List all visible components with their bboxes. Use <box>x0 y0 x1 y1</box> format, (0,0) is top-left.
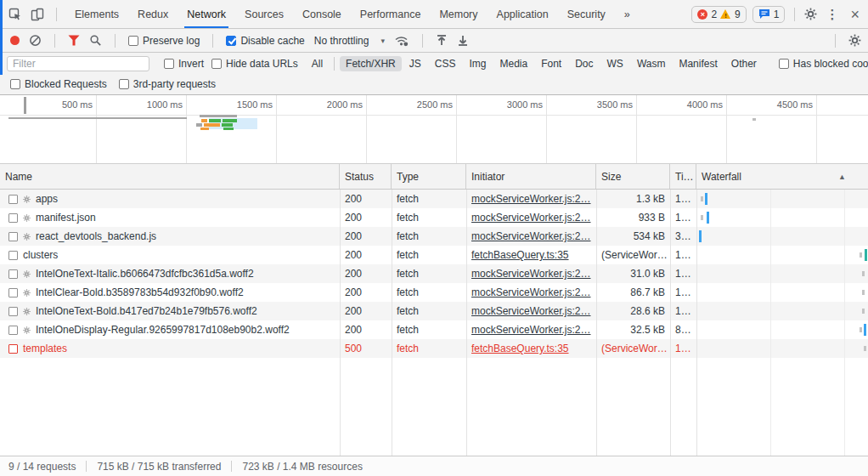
close-devtools-icon[interactable]: × <box>847 7 863 22</box>
resource-gear-icon <box>23 196 31 203</box>
network-conditions-icon[interactable] <box>394 34 409 47</box>
initiator-link[interactable]: mockServiceWorker.js:2… <box>471 324 590 336</box>
tab-console[interactable]: Console <box>293 0 351 28</box>
filter-input[interactable] <box>7 56 149 71</box>
request-row-manifest-json[interactable]: manifest.json200fetchmockServiceWorker.j… <box>0 208 868 227</box>
request-checkbox[interactable] <box>8 213 18 223</box>
initiator-link[interactable]: mockServiceWorker.js:2… <box>471 268 590 280</box>
tab-elements[interactable]: Elements <box>65 0 128 28</box>
filter-type-doc[interactable]: Doc <box>569 56 599 71</box>
waterfall-bar <box>707 212 709 224</box>
request-row-react-devtools-backend-js[interactable]: react_devtools_backend.js200fetchmockSer… <box>0 227 868 246</box>
clear-network-log-icon[interactable] <box>29 34 42 47</box>
tab-network[interactable]: Network <box>178 0 235 28</box>
import-har-icon[interactable] <box>436 34 448 47</box>
column-header-waterfall[interactable]: Waterfall▲ <box>696 164 868 189</box>
initiator-link[interactable]: mockServiceWorker.js:2… <box>471 286 590 298</box>
disable-cache-checkbox[interactable]: Disable cache <box>226 35 304 47</box>
blocked-requests-checkbox[interactable]: Blocked Requests <box>10 78 107 90</box>
request-status: 200 <box>340 268 392 280</box>
request-row-intelclear-bold-b3589783b54d932f0b90-woff2[interactable]: IntelClear-Bold.b3589783b54d932f0b90.wof… <box>0 283 868 302</box>
device-toolbar-icon[interactable] <box>31 8 44 21</box>
tab-performance[interactable]: Performance <box>351 0 431 28</box>
initiator-link[interactable]: mockServiceWorker.js:2… <box>471 212 590 224</box>
request-name-cell: IntelOneText-Bold.b417ed7b24b1e79fb576.w… <box>0 305 340 317</box>
overview-waterfall-bar <box>204 123 220 127</box>
export-har-icon[interactable] <box>457 34 469 47</box>
tab-security[interactable]: Security <box>558 0 615 28</box>
preserve-log-checkbox[interactable]: Preserve log <box>128 35 200 47</box>
invert-checkbox[interactable]: Invert <box>164 58 204 70</box>
hide-data-urls-checkbox[interactable]: Hide data URLs <box>211 58 298 70</box>
network-overview-timeline[interactable]: 500 ms1000 ms1500 ms2000 ms2500 ms3000 m… <box>0 95 868 164</box>
overview-waterfall-bar <box>200 115 237 117</box>
tab-application[interactable]: Application <box>488 0 558 28</box>
throttling-select[interactable]: No throttling ▾ <box>314 35 385 47</box>
search-icon[interactable] <box>89 34 102 47</box>
filter-type-all[interactable]: All <box>306 56 329 71</box>
filter-type-other[interactable]: Other <box>725 56 763 71</box>
column-header-type[interactable]: Type <box>392 164 466 189</box>
tab-sources[interactable]: Sources <box>235 0 293 28</box>
tab-more[interactable]: » <box>615 0 640 28</box>
record-network-log-button[interactable] <box>10 36 20 45</box>
filter-type-fetch-xhr[interactable]: Fetch/XHR <box>340 56 402 71</box>
filter-type-css[interactable]: CSS <box>429 56 462 71</box>
settings-gear-icon[interactable] <box>804 8 817 20</box>
tab-redux[interactable]: Redux <box>128 0 178 28</box>
inspect-element-icon[interactable] <box>8 8 22 21</box>
column-separator <box>696 190 697 456</box>
request-checkbox[interactable] <box>8 232 18 241</box>
initiator-link[interactable]: fetchBaseQuery.ts:35 <box>471 343 569 354</box>
console-status-badge[interactable]: × 2 ! 9 <box>691 6 746 23</box>
waterfall-tick <box>701 215 703 220</box>
request-checkbox[interactable] <box>8 344 18 354</box>
request-row-intelonetext-bold-b417ed7b24b1e79fb576-woff2[interactable]: IntelOneText-Bold.b417ed7b24b1e79fb576.w… <box>0 302 868 320</box>
filter-type-js[interactable]: JS <box>403 56 427 71</box>
resource-gear-icon <box>23 308 31 315</box>
filter-type-img[interactable]: Img <box>463 56 492 71</box>
filter-type-wasm[interactable]: Wasm <box>631 56 672 71</box>
filter-funnel-icon[interactable] <box>68 35 80 46</box>
request-status: 200 <box>340 230 392 242</box>
request-time: 1… <box>670 343 696 354</box>
initiator-link[interactable]: mockServiceWorker.js:2… <box>471 305 590 317</box>
request-row-apps[interactable]: apps200fetchmockServiceWorker.js:2…1.3 k… <box>0 190 868 208</box>
initiator-link[interactable]: mockServiceWorker.js:2… <box>471 230 590 242</box>
column-header-ti[interactable]: Ti… <box>670 164 696 189</box>
column-header-initiator[interactable]: Initiator <box>466 164 596 189</box>
column-header-name[interactable]: Name <box>0 164 340 189</box>
requests-table-body: apps200fetchmockServiceWorker.js:2…1.3 k… <box>0 190 868 456</box>
request-checkbox[interactable] <box>8 195 18 204</box>
filter-type-font[interactable]: Font <box>535 56 567 71</box>
filter-type-ws[interactable]: WS <box>601 56 629 71</box>
column-separator <box>596 190 597 456</box>
initiator-link[interactable]: mockServiceWorker.js:2… <box>471 193 590 205</box>
network-settings-gear-icon[interactable] <box>848 34 861 47</box>
column-separator <box>670 190 671 456</box>
overview-gridline <box>546 95 547 163</box>
request-checkbox[interactable] <box>8 326 18 335</box>
request-row-intelonedisplay-regular-9265997817d108eb90b2-woff2[interactable]: IntelOneDisplay-Regular.9265997817d108eb… <box>0 320 868 339</box>
request-checkbox[interactable] <box>8 288 18 298</box>
column-header-size[interactable]: Size <box>596 164 670 189</box>
sort-ascending-icon[interactable]: ▲ <box>838 173 846 181</box>
request-checkbox[interactable] <box>8 307 18 316</box>
has-blocked-cookies-checkbox[interactable]: Has blocked cookies <box>779 58 868 70</box>
request-checkbox[interactable] <box>8 251 18 260</box>
tab-memory[interactable]: Memory <box>430 0 487 28</box>
request-row-clusters[interactable]: clusters200fetchfetchBaseQuery.ts:35(Ser… <box>0 246 868 264</box>
third-party-requests-checkbox[interactable]: 3rd-party requests <box>119 78 216 90</box>
request-checkbox[interactable] <box>8 269 18 279</box>
filter-type-media[interactable]: Media <box>493 56 533 71</box>
request-row-intelonetext-italic-b6066473dfcfbc361d5a-woff2[interactable]: IntelOneText-Italic.b6066473dfcfbc361d5a… <box>0 264 868 283</box>
more-options-icon[interactable]: ⋮ <box>823 7 841 22</box>
request-name-cell: manifest.json <box>0 212 340 224</box>
overview-tick-label: 2000 ms <box>295 99 363 110</box>
transferred-size: 715 kB / 715 kB transferred <box>97 461 221 473</box>
column-header-status[interactable]: Status <box>340 164 392 189</box>
initiator-link[interactable]: fetchBaseQuery.ts:35 <box>471 249 569 261</box>
issues-badge[interactable]: 1 <box>752 6 786 23</box>
request-row-templates[interactable]: templates500fetchfetchBaseQuery.ts:35(Se… <box>0 339 868 358</box>
filter-type-manifest[interactable]: Manifest <box>673 56 723 71</box>
